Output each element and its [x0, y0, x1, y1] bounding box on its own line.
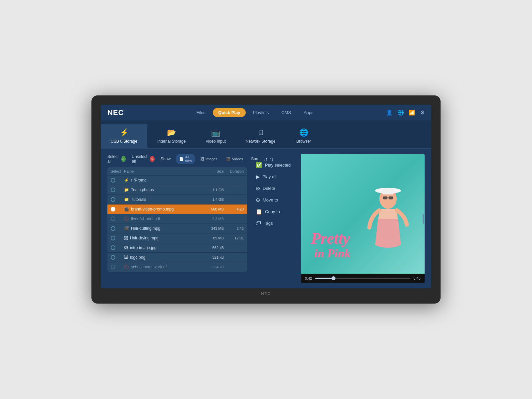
filter-all-label: All files — [185, 155, 192, 163]
unselect-all-button[interactable]: Unselect all ✕ — [132, 154, 155, 164]
filter-images-label: Images — [205, 157, 217, 161]
move-to-button[interactable]: ⊕ Move to — [256, 196, 292, 204]
filter-images-button[interactable]: 🖼 Images — [197, 156, 221, 162]
table-row[interactable]: 🖼 logo.png 321 kB — [107, 253, 247, 262]
col-header-size: Size — [200, 169, 224, 173]
file-list-container: Select Name Size Duration ⚡ ↑ /Promo — [107, 167, 247, 272]
filter-buttons: 📄 All files 🖼 Images 🎬 Videos — [176, 154, 246, 164]
internal-folder-icon: 📂 — [167, 128, 176, 137]
delete-label: Delete — [263, 186, 275, 191]
nav-apps[interactable]: Apps — [298, 108, 319, 117]
nav-bar: Files Quick Play Playlists CMS Apps — [191, 108, 319, 117]
table-row[interactable]: 🚫 school homework.rtf 334 kB — [107, 262, 247, 272]
file-name: 📁 Team photos — [124, 188, 200, 192]
copy-to-label: Copy to — [265, 209, 280, 214]
filter-videos-label: Videos — [232, 157, 243, 161]
file-name: ⚡ ↑ /Promo — [124, 178, 200, 183]
play-selected-icon: ✅ — [256, 162, 262, 168]
content-area: Select all ✓ Unselect all ✕ Show 📄 All f… — [101, 149, 431, 288]
file-list-header: Select Name Size Duration — [107, 167, 247, 176]
globe-icon[interactable]: 🌐 — [397, 109, 404, 116]
filter-all-button[interactable]: 📄 All files — [176, 154, 195, 164]
x-icon: ✕ — [150, 156, 155, 162]
video-controls: 0:42 3:43 — [301, 274, 425, 283]
person-icon[interactable]: 👤 — [386, 109, 393, 116]
svg-rect-2 — [382, 189, 394, 194]
video-input-label: Video Input — [205, 139, 226, 144]
progress-fill — [315, 278, 333, 279]
nav-quickplay[interactable]: Quick Play — [213, 108, 245, 117]
block-icon: 🚫 — [124, 216, 129, 221]
monitor-brand: NEC — [101, 288, 431, 297]
table-row[interactable]: 🖼 Hair-drying.mpg 89 MB 12:01 — [107, 233, 247, 243]
video-icon: 🎬 — [124, 226, 129, 231]
filter-videos-button[interactable]: 🎬 Videos — [223, 156, 246, 162]
file-name: 🚫 school homework.rtf — [124, 265, 200, 269]
video-text-overlay: Pretty in Pink — [311, 230, 350, 260]
image-icon: 🖼 — [124, 236, 128, 240]
overlay-line1: Pretty — [311, 230, 350, 247]
wifi-icon[interactable]: 📶 — [409, 109, 415, 116]
play-all-label: Play all — [262, 174, 276, 179]
table-row[interactable]: 🎬 brand-video-promo.mpg 560 MB 4:20 — [107, 204, 247, 214]
svg-rect-3 — [383, 197, 387, 200]
nav-cms[interactable]: CMS — [276, 108, 296, 117]
table-row[interactable]: ⚡ ↑ /Promo — [107, 176, 247, 185]
woman-figure — [358, 187, 418, 274]
progress-thumb[interactable] — [332, 276, 335, 280]
table-row[interactable]: 📁 Tutorials 1.4 GB — [107, 195, 247, 204]
monitor: NEC Files Quick Play Playlists CMS Apps … — [91, 95, 441, 304]
nav-files[interactable]: Files — [191, 108, 211, 117]
video-background: Pretty in Pink — [301, 154, 425, 274]
col-header-duration: Duration — [224, 169, 244, 173]
play-all-button[interactable]: ▶ Play all — [256, 172, 292, 181]
svg-rect-4 — [389, 197, 393, 200]
show-label: Show — [161, 157, 171, 161]
file-name: 📁 Tutorials — [124, 197, 200, 202]
delete-icon: ⊗ — [256, 185, 260, 192]
delete-button[interactable]: ⊗ Delete — [256, 184, 292, 193]
image-icon: 🖼 — [124, 255, 128, 260]
nav-playlists[interactable]: Playlists — [248, 108, 274, 117]
storage-network[interactable]: 🖥 Network Storage — [236, 124, 285, 148]
images-icon: 🖼 — [200, 157, 204, 161]
select-all-button[interactable]: Select all ✓ — [107, 154, 126, 164]
video-input-icon: 📺 — [211, 128, 220, 137]
select-all-label: Select all — [107, 154, 120, 164]
left-panel: Select all ✓ Unselect all ✕ Show 📄 All f… — [107, 154, 247, 283]
usb-back-icon: ⚡ — [124, 178, 129, 183]
nec-logo: NEC — [107, 108, 124, 117]
table-row[interactable]: 🎬 Hair-cutting.mpg 343 MB 3:43 — [107, 224, 247, 233]
move-to-label: Move to — [263, 198, 278, 202]
videos-icon: 🎬 — [226, 157, 231, 161]
monitor-screen: NEC Files Quick Play Playlists CMS Apps … — [101, 105, 431, 288]
storage-browser[interactable]: 🌐 Browser — [285, 124, 322, 148]
tags-icon: 🏷 — [256, 220, 261, 226]
copy-to-button[interactable]: 📋 Copy to — [256, 207, 292, 216]
file-name: 🖼 logo.png — [124, 255, 200, 260]
col-header-name: Name — [124, 169, 200, 173]
play-selected-label: Play selected — [265, 163, 291, 168]
video-preview: Pretty in Pink — [301, 154, 425, 274]
scroll-indicator[interactable] — [423, 214, 424, 224]
video-progress-bar[interactable] — [315, 278, 410, 279]
usb-icon: ⚡ — [120, 128, 129, 137]
storage-usb[interactable]: ⚡ USB 0 Storage — [101, 124, 147, 148]
copy-icon: 📋 — [256, 208, 262, 215]
folder-icon: 📁 — [124, 197, 129, 202]
table-row[interactable]: 🖼 intro-image.jpg 562 kB — [107, 243, 247, 253]
storage-row: ⚡ USB 0 Storage 📂 Internal Storage 📺 Vid… — [101, 120, 431, 149]
storage-internal[interactable]: 📂 Internal Storage — [147, 124, 196, 148]
gear-icon[interactable]: ⚙ — [420, 109, 425, 116]
table-row[interactable]: 🚫 flyer A4-print.pdf 2.3 MB — [107, 214, 247, 224]
tags-button[interactable]: 🏷 Tags — [256, 219, 292, 227]
storage-video-input[interactable]: 📺 Video Input — [196, 124, 236, 148]
file-name: 🚫 flyer A4-print.pdf — [124, 216, 200, 221]
table-row[interactable]: 📁 Team photos 1.1 GB — [107, 185, 247, 195]
file-name: 🎬 brand-video-promo.mpg — [124, 207, 200, 211]
total-time: 3:43 — [414, 276, 421, 280]
play-selected-button[interactable]: ✅ Play selected — [256, 161, 292, 170]
overlay-line2: in Pink — [311, 247, 350, 260]
browser-label: Browser — [296, 139, 311, 144]
network-label: Network Storage — [246, 139, 275, 144]
